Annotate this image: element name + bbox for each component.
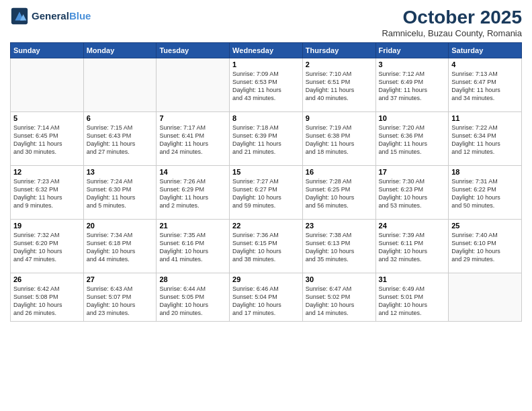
weekday-header-tuesday: Tuesday [157,43,230,58]
day-number: 13 [87,168,154,176]
day-info: Sunrise: 7:20 AM Sunset: 6:36 PM Dayligh… [379,124,446,156]
day-number: 11 [451,114,519,122]
calendar-cell: 14Sunrise: 7:26 AM Sunset: 6:29 PM Dayli… [157,166,230,220]
day-info: Sunrise: 6:47 AM Sunset: 5:02 PM Dayligh… [306,285,373,318]
calendar-cell: 10Sunrise: 7:20 AM Sunset: 6:36 PM Dayli… [375,112,449,166]
calendar-cell [11,58,84,112]
logo-icon [10,7,29,26]
day-number: 3 [379,60,446,68]
day-number: 21 [159,222,226,230]
weekday-header-wednesday: Wednesday [230,43,303,58]
week-row-4: 19Sunrise: 7:32 AM Sunset: 6:20 PM Dayli… [11,220,522,273]
week-row-2: 5Sunrise: 7:14 AM Sunset: 6:45 PM Daylig… [11,112,522,166]
day-info: Sunrise: 7:38 AM Sunset: 6:13 PM Dayligh… [306,231,373,264]
day-number: 28 [159,275,226,283]
calendar-cell [449,273,522,322]
day-info: Sunrise: 7:12 AM Sunset: 6:49 PM Dayligh… [379,70,446,103]
day-number: 23 [306,222,373,230]
day-info: Sunrise: 7:34 AM Sunset: 6:18 PM Dayligh… [87,231,154,264]
calendar-cell: 16Sunrise: 7:28 AM Sunset: 6:25 PM Dayli… [302,166,375,220]
day-number: 20 [87,222,154,230]
day-info: Sunrise: 7:13 AM Sunset: 6:47 PM Dayligh… [451,70,519,103]
calendar-cell: 27Sunrise: 6:43 AM Sunset: 5:07 PM Dayli… [83,273,157,322]
weekday-header-sunday: Sunday [11,43,84,58]
weekday-header-friday: Friday [375,43,449,58]
calendar-cell: 2Sunrise: 7:10 AM Sunset: 6:51 PM Daylig… [302,58,375,112]
day-info: Sunrise: 7:31 AM Sunset: 6:22 PM Dayligh… [451,177,519,210]
calendar-cell: 17Sunrise: 7:30 AM Sunset: 6:23 PM Dayli… [375,166,449,220]
calendar-cell [83,58,157,112]
calendar-cell: 4Sunrise: 7:13 AM Sunset: 6:47 PM Daylig… [449,58,522,112]
calendar-cell: 12Sunrise: 7:23 AM Sunset: 6:32 PM Dayli… [11,166,84,220]
day-number: 26 [13,275,81,283]
month-title: October 2025 [382,7,522,28]
day-number: 2 [306,60,373,68]
calendar-cell: 26Sunrise: 6:42 AM Sunset: 5:08 PM Dayli… [11,273,84,322]
day-number: 24 [379,222,446,230]
day-number: 9 [306,114,373,122]
calendar-cell: 9Sunrise: 7:19 AM Sunset: 6:38 PM Daylig… [302,112,375,166]
day-info: Sunrise: 7:40 AM Sunset: 6:10 PM Dayligh… [451,231,519,264]
page-container: GeneralBlue October 2025 Ramnicelu, Buza… [0,0,532,328]
day-info: Sunrise: 7:09 AM Sunset: 6:53 PM Dayligh… [232,70,300,103]
day-info: Sunrise: 7:19 AM Sunset: 6:38 PM Dayligh… [306,124,373,156]
calendar-cell: 13Sunrise: 7:24 AM Sunset: 6:30 PM Dayli… [83,166,157,220]
calendar-cell: 28Sunrise: 6:44 AM Sunset: 5:05 PM Dayli… [157,273,230,322]
subtitle: Ramnicelu, Buzau County, Romania [382,28,522,38]
weekday-header-saturday: Saturday [449,43,522,58]
weekday-header-thursday: Thursday [302,43,375,58]
logo-text: GeneralBlue [32,11,91,22]
day-info: Sunrise: 7:17 AM Sunset: 6:41 PM Dayligh… [159,124,226,156]
day-info: Sunrise: 6:42 AM Sunset: 5:08 PM Dayligh… [13,285,81,318]
day-number: 4 [451,60,519,68]
day-info: Sunrise: 7:27 AM Sunset: 6:27 PM Dayligh… [232,177,300,210]
logo: GeneralBlue [10,7,91,26]
calendar-cell: 6Sunrise: 7:15 AM Sunset: 6:43 PM Daylig… [83,112,157,166]
calendar-cell: 25Sunrise: 7:40 AM Sunset: 6:10 PM Dayli… [449,220,522,273]
day-number: 5 [13,114,81,122]
day-number: 12 [13,168,81,176]
calendar-cell: 23Sunrise: 7:38 AM Sunset: 6:13 PM Dayli… [302,220,375,273]
day-info: Sunrise: 7:18 AM Sunset: 6:39 PM Dayligh… [232,124,300,156]
calendar-cell: 1Sunrise: 7:09 AM Sunset: 6:53 PM Daylig… [230,58,303,112]
day-info: Sunrise: 6:43 AM Sunset: 5:07 PM Dayligh… [87,285,154,318]
calendar-cell: 7Sunrise: 7:17 AM Sunset: 6:41 PM Daylig… [157,112,230,166]
calendar-cell: 24Sunrise: 7:39 AM Sunset: 6:11 PM Dayli… [375,220,449,273]
week-row-5: 26Sunrise: 6:42 AM Sunset: 5:08 PM Dayli… [11,273,522,322]
day-number: 6 [87,114,154,122]
day-info: Sunrise: 6:46 AM Sunset: 5:04 PM Dayligh… [232,285,300,318]
calendar-table: SundayMondayTuesdayWednesdayThursdayFrid… [10,42,522,322]
day-number: 29 [232,275,300,283]
calendar-cell: 20Sunrise: 7:34 AM Sunset: 6:18 PM Dayli… [83,220,157,273]
calendar-cell: 22Sunrise: 7:36 AM Sunset: 6:15 PM Dayli… [230,220,303,273]
week-row-3: 12Sunrise: 7:23 AM Sunset: 6:32 PM Dayli… [11,166,522,220]
calendar-cell: 21Sunrise: 7:35 AM Sunset: 6:16 PM Dayli… [157,220,230,273]
day-info: Sunrise: 7:32 AM Sunset: 6:20 PM Dayligh… [13,231,81,264]
calendar-cell: 5Sunrise: 7:14 AM Sunset: 6:45 PM Daylig… [11,112,84,166]
day-info: Sunrise: 7:10 AM Sunset: 6:51 PM Dayligh… [306,70,373,103]
day-info: Sunrise: 7:24 AM Sunset: 6:30 PM Dayligh… [87,177,154,210]
week-row-1: 1Sunrise: 7:09 AM Sunset: 6:53 PM Daylig… [11,58,522,112]
day-number: 18 [451,168,519,176]
calendar-cell: 18Sunrise: 7:31 AM Sunset: 6:22 PM Dayli… [449,166,522,220]
calendar-cell: 29Sunrise: 6:46 AM Sunset: 5:04 PM Dayli… [230,273,303,322]
day-info: Sunrise: 7:30 AM Sunset: 6:23 PM Dayligh… [379,177,446,210]
header: GeneralBlue October 2025 Ramnicelu, Buza… [10,7,522,38]
day-info: Sunrise: 7:28 AM Sunset: 6:25 PM Dayligh… [306,177,373,210]
calendar-cell: 15Sunrise: 7:27 AM Sunset: 6:27 PM Dayli… [230,166,303,220]
calendar-cell: 8Sunrise: 7:18 AM Sunset: 6:39 PM Daylig… [230,112,303,166]
day-number: 27 [87,275,154,283]
title-block: October 2025 Ramnicelu, Buzau County, Ro… [382,7,522,38]
weekday-header-row: SundayMondayTuesdayWednesdayThursdayFrid… [11,43,522,58]
day-info: Sunrise: 7:15 AM Sunset: 6:43 PM Dayligh… [87,124,154,156]
calendar-cell: 30Sunrise: 6:47 AM Sunset: 5:02 PM Dayli… [302,273,375,322]
day-info: Sunrise: 6:44 AM Sunset: 5:05 PM Dayligh… [159,285,226,318]
day-number: 1 [232,60,300,68]
day-number: 16 [306,168,373,176]
day-number: 7 [159,114,226,122]
day-info: Sunrise: 7:36 AM Sunset: 6:15 PM Dayligh… [232,231,300,264]
day-info: Sunrise: 7:14 AM Sunset: 6:45 PM Dayligh… [13,124,81,156]
calendar-cell: 19Sunrise: 7:32 AM Sunset: 6:20 PM Dayli… [11,220,84,273]
day-info: Sunrise: 6:49 AM Sunset: 5:01 PM Dayligh… [379,285,446,318]
day-info: Sunrise: 7:23 AM Sunset: 6:32 PM Dayligh… [13,177,81,210]
